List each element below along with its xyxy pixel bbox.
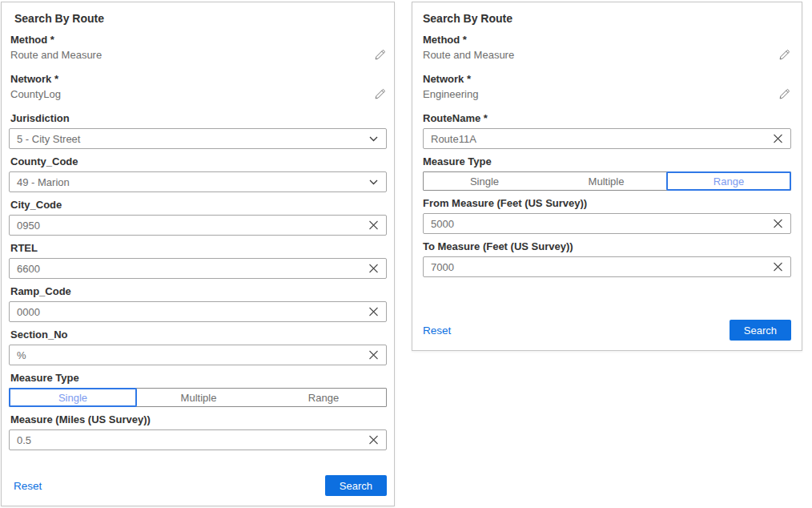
clear-x-icon[interactable] (367, 433, 380, 447)
spacer (423, 283, 791, 320)
spacer (9, 456, 387, 475)
select-input[interactable]: 49 - Marion (9, 171, 387, 192)
field-group: RouteName * (423, 111, 791, 149)
field-group: To Measure (Feet (US Survey)) (423, 240, 791, 277)
pencil-icon[interactable] (778, 48, 791, 62)
clear-x-icon[interactable] (367, 349, 380, 362)
segment-option-range[interactable]: Range (261, 389, 386, 406)
field-group: Measure TypeSingleMultipleRange (423, 155, 791, 191)
field-label: From Measure (Feet (US Survey)) (423, 196, 791, 211)
segmented-control: SingleMultipleRange (9, 388, 387, 407)
static-field-value: Route and Measure (10, 49, 102, 61)
static-field-row: Route and Measure (423, 47, 791, 62)
text-input[interactable] (9, 345, 387, 365)
clear-x-icon[interactable] (367, 219, 380, 232)
search-button[interactable]: Search (325, 475, 387, 496)
field-label: Section_No (9, 328, 387, 342)
static-field: Network *CountyLog (9, 72, 387, 102)
field-group: Section_No (9, 328, 387, 365)
text-field (423, 256, 791, 277)
search-panel-left: Search By RouteMethod *Route and Measure… (1, 2, 395, 506)
field-group: Jurisdiction5 - City Street (9, 111, 387, 149)
text-input[interactable] (9, 215, 387, 236)
field-group: County_Code49 - Marion (9, 155, 387, 192)
static-field-value: CountyLog (10, 88, 61, 100)
reset-link[interactable]: Reset (14, 480, 42, 492)
chevron-down-icon (369, 179, 378, 185)
clear-x-icon[interactable] (771, 132, 785, 146)
field-group: City_Code (9, 198, 387, 236)
field-group: Measure TypeSingleMultipleRange (9, 371, 387, 407)
text-field (9, 429, 387, 450)
reset-link[interactable]: Reset (423, 325, 451, 337)
text-input[interactable] (9, 258, 387, 279)
text-field (9, 345, 387, 365)
static-field-label: Method * (423, 33, 791, 47)
panel-title: Search By Route (9, 10, 387, 26)
search-button[interactable]: Search (730, 320, 791, 341)
static-field-row: Engineering (423, 87, 791, 102)
field-label: To Measure (Feet (US Survey)) (423, 240, 791, 254)
field-group: Ramp_Code (9, 284, 387, 322)
text-field (423, 128, 791, 149)
pencil-icon[interactable] (373, 87, 387, 101)
field-group: From Measure (Feet (US Survey)) (423, 196, 791, 234)
field-label: Measure Type (423, 155, 791, 169)
segment-option-multiple[interactable]: Multiple (136, 389, 261, 406)
static-field-label: Network * (423, 72, 791, 87)
field-label: County_Code (9, 155, 387, 169)
text-field (423, 213, 791, 234)
text-field (9, 215, 387, 236)
field-label: RTEL (9, 241, 387, 256)
field-label: RouteName * (423, 111, 791, 126)
select-value: 5 - City Street (17, 133, 80, 145)
clear-x-icon[interactable] (367, 305, 380, 319)
panel-footer: ResetSearch (9, 475, 387, 496)
text-input[interactable] (9, 301, 387, 322)
pencil-icon[interactable] (778, 87, 791, 101)
clear-x-icon[interactable] (771, 260, 785, 274)
search-panel-right: Search By RouteMethod *Route and Measure… (412, 2, 802, 351)
field-label: Ramp_Code (9, 284, 387, 299)
pencil-icon[interactable] (373, 48, 387, 62)
static-field-label: Network * (10, 72, 387, 87)
text-input[interactable] (423, 256, 791, 277)
segment-option-range[interactable]: Range (666, 171, 791, 191)
panel-title: Search By Route (423, 10, 791, 26)
static-field-value: Engineering (423, 88, 478, 100)
text-field (9, 258, 387, 279)
text-field (9, 301, 387, 322)
static-field-label: Method * (10, 33, 387, 47)
segment-option-multiple[interactable]: Multiple (545, 172, 667, 190)
text-input[interactable] (423, 213, 791, 234)
static-field-value: Route and Measure (423, 49, 514, 61)
static-field: Network *Engineering (423, 72, 791, 102)
field-label: Measure Type (9, 371, 387, 385)
select-value: 49 - Marion (17, 176, 70, 188)
chevron-down-icon (369, 136, 378, 142)
field-label: City_Code (9, 198, 387, 212)
segmented-control: SingleMultipleRange (423, 171, 791, 191)
field-group: RTEL (9, 241, 387, 279)
segment-option-single[interactable]: Single (424, 172, 545, 190)
field-label: Measure (Miles (US Survey)) (9, 413, 387, 427)
select-input[interactable]: 5 - City Street (9, 128, 387, 149)
clear-x-icon[interactable] (367, 262, 380, 276)
static-field-row: Route and Measure (10, 47, 387, 62)
segment-option-single[interactable]: Single (9, 388, 137, 407)
static-field: Method *Route and Measure (423, 33, 791, 62)
static-field-row: CountyLog (10, 87, 387, 102)
field-label: Jurisdiction (9, 111, 387, 126)
panel-footer: ResetSearch (423, 320, 791, 341)
field-group: Measure (Miles (US Survey)) (9, 413, 387, 450)
text-input[interactable] (423, 128, 791, 149)
clear-x-icon[interactable] (771, 217, 785, 231)
text-input[interactable] (9, 429, 387, 450)
static-field: Method *Route and Measure (9, 33, 387, 62)
